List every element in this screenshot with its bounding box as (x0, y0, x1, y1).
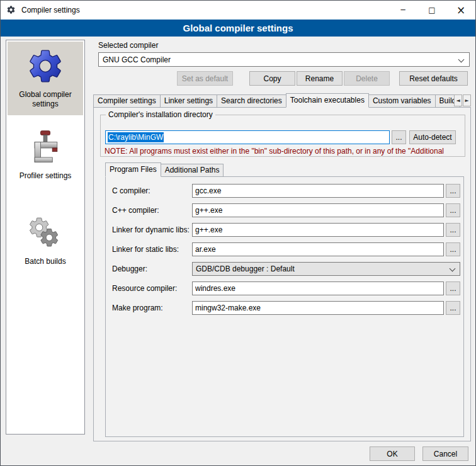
sidebar-item-global-compiler-settings[interactable]: Global compiler settings (8, 42, 83, 115)
note-text: NOTE: All programs must exist either in … (105, 147, 470, 156)
sidebar-item-label: Profiler settings (20, 171, 72, 181)
sidebar-item-label: Batch builds (25, 257, 65, 266)
program-files-tabbar: Program Files Additional Paths (105, 163, 357, 177)
static-linker-browse-button[interactable]: ... (446, 242, 460, 256)
c-compiler-row: C compiler: ... (112, 184, 458, 198)
selected-compiler-dropdown[interactable]: GNU GCC Compiler (98, 52, 470, 67)
cpp-compiler-browse-button[interactable]: ... (446, 203, 460, 217)
dynamic-linker-browse-button[interactable]: ... (446, 223, 460, 237)
blue-gear-icon (26, 47, 65, 86)
resource-compiler-input[interactable] (192, 281, 444, 295)
selected-compiler-label: Selected compiler (98, 41, 158, 50)
batch-gears-icon (26, 215, 64, 253)
close-button[interactable]: × (446, 1, 475, 20)
make-program-row: Make program: ... (112, 301, 458, 315)
install-dir-input[interactable]: C:\raylib\MinGW (105, 130, 390, 144)
install-dir-browse-button[interactable]: ... (392, 130, 406, 144)
static-linker-label: Linker for static libs: (112, 245, 179, 254)
minimize-button[interactable]: ─ (388, 1, 417, 20)
compiler-settings-window: Compiler settings ─ □ × Global compiler … (0, 0, 476, 466)
resource-compiler-row: Resource compiler: ... (112, 281, 458, 295)
cpp-compiler-row: C++ compiler: ... (112, 203, 458, 217)
sidebar-item-batch-builds[interactable]: Batch builds (8, 210, 83, 273)
install-dir-value: C:\raylib\MinGW (108, 132, 164, 142)
make-program-input[interactable] (192, 301, 444, 315)
app-icon (6, 5, 16, 15)
c-compiler-input[interactable] (192, 184, 444, 198)
tab-scroll-right-button[interactable]: ► (463, 94, 471, 106)
static-linker-row: Linker for static libs: ... (112, 242, 458, 256)
ok-button[interactable]: OK (370, 446, 415, 461)
delete-button: Delete (344, 71, 390, 86)
static-linker-input[interactable] (192, 242, 444, 256)
copy-button[interactable]: Copy (249, 71, 295, 86)
tab-scroll-left-button[interactable]: ◄ (454, 94, 462, 106)
chevron-down-icon (458, 57, 465, 63)
make-program-browse-button[interactable]: ... (446, 301, 460, 315)
debugger-value: GDB/CDB debugger : Default (196, 264, 295, 273)
window-title: Compiler settings (21, 6, 80, 14)
tab-toolchain-executables[interactable]: Toolchain executables (286, 93, 369, 108)
group-title: Compiler's installation directory (106, 110, 215, 119)
c-compiler-browse-button[interactable]: ... (446, 184, 460, 198)
categories-sidebar: Global compiler settings Profiler settin… (6, 40, 85, 435)
set-as-default-button: Set as default (177, 71, 233, 86)
caption-buttons: ─ □ × (388, 1, 475, 20)
maximize-button[interactable]: □ (417, 1, 446, 20)
page-title: Global compiler settings (1, 20, 475, 37)
dynamic-linker-row: Linker for dynamic libs: ... (112, 223, 458, 237)
profiler-clamp-icon (26, 129, 64, 167)
dynamic-linker-input[interactable] (192, 223, 444, 237)
toolchain-executables-page: Compiler's installation directory C:\ray… (93, 107, 471, 441)
chevron-down-icon (450, 266, 456, 272)
reset-defaults-button[interactable]: Reset defaults (399, 71, 468, 86)
program-files-page: C compiler: ... C++ compiler: ... Linker… (105, 176, 464, 437)
debugger-row: Debugger: GDB/CDB debugger : Default (112, 262, 458, 276)
auto-detect-button[interactable]: Auto-detect (409, 130, 456, 144)
subtab-additional-paths[interactable]: Additional Paths (161, 164, 224, 177)
c-compiler-label: C compiler: (112, 186, 150, 195)
selected-compiler-value: GNU GCC Compiler (103, 55, 171, 64)
rename-button[interactable]: Rename (297, 71, 343, 86)
debugger-dropdown[interactable]: GDB/CDB debugger : Default (192, 262, 460, 276)
subtab-program-files[interactable]: Program Files (105, 162, 161, 177)
resource-compiler-browse-button[interactable]: ... (446, 281, 460, 295)
tab-custom-variables[interactable]: Custom variables (368, 94, 436, 108)
dynamic-linker-label: Linker for dynamic libs: (112, 225, 190, 234)
debugger-label: Debugger: (112, 264, 147, 273)
cpp-compiler-label: C++ compiler: (112, 206, 159, 215)
resource-compiler-label: Resource compiler: (112, 284, 177, 293)
tab-search-directories[interactable]: Search directories (217, 94, 286, 108)
tab-compiler-settings[interactable]: Compiler settings (93, 94, 161, 108)
cpp-compiler-input[interactable] (192, 203, 444, 217)
sidebar-item-label: Global compiler settings (9, 90, 82, 109)
tab-linker-settings[interactable]: Linker settings (160, 94, 217, 108)
cancel-button[interactable]: Cancel (422, 446, 468, 461)
make-program-label: Make program: (112, 304, 163, 312)
settings-tabbar: Compiler settings Linker settings Search… (93, 93, 471, 108)
sidebar-item-profiler-settings[interactable]: Profiler settings (8, 124, 83, 187)
